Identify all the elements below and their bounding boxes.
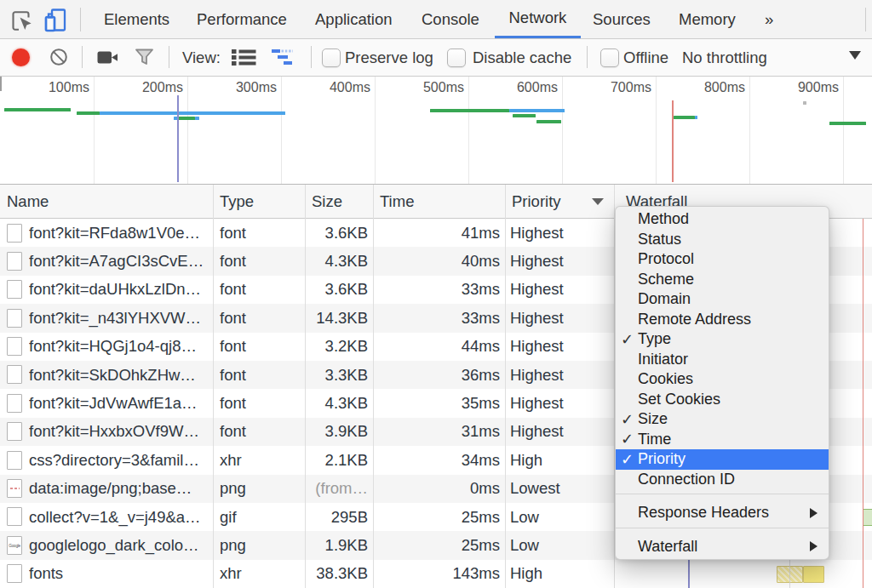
filter-icon[interactable] (135, 49, 154, 66)
menu-item-time[interactable]: ✓Time (616, 430, 829, 450)
tab-sources[interactable]: Sources (582, 0, 661, 38)
tab-network[interactable]: Network (495, 0, 581, 38)
menu-item-remote-address[interactable]: Remote Address (616, 310, 829, 330)
document-icon (7, 224, 22, 243)
overview-tick-label: 100ms (49, 80, 89, 95)
overview-request-bar (100, 111, 285, 115)
menu-item-waterfall[interactable]: Waterfall (616, 537, 829, 557)
record-network-log-button[interactable] (11, 48, 30, 66)
cell-size: 2.1KB (308, 446, 368, 474)
tab-application[interactable]: Application (305, 0, 403, 38)
network-overview-timeline[interactable]: 100ms200ms300ms400ms500ms600ms700ms800ms… (0, 77, 872, 185)
overview-request-bar (536, 120, 561, 123)
request-row[interactable]: fontsxhr38.3KB143msHigh (0, 560, 872, 588)
inspect-element-icon[interactable] (11, 9, 33, 31)
menu-item-label: Method (638, 210, 689, 228)
menu-item-scheme[interactable]: Scheme (616, 270, 829, 290)
clear-network-log-button[interactable] (50, 49, 67, 66)
cell-time: 36ms (376, 361, 500, 389)
header-context-menu: MethodStatusProtocolSchemeDomainRemote A… (615, 206, 829, 560)
overview-gridline (281, 77, 282, 184)
cell-time: 41ms (376, 219, 500, 247)
grid-column-separator (373, 185, 374, 588)
cell-time: 25ms (376, 503, 500, 531)
cell-size: 1.9KB (308, 531, 368, 559)
toggle-device-toolbar-icon[interactable] (41, 6, 66, 33)
menu-item-set-cookies[interactable]: Set Cookies (616, 390, 829, 410)
cell-priority: High (510, 560, 611, 588)
overview-request-bar (4, 108, 71, 111)
menu-item-protocol[interactable]: Protocol (616, 249, 829, 270)
throttling-dropdown-arrow-icon[interactable] (849, 51, 861, 60)
cell-priority: Highest (510, 418, 611, 446)
disable-cache-checkbox[interactable] (447, 49, 466, 67)
overview-tick-label: 500ms (423, 80, 464, 95)
devtools-window: ElementsPerformanceApplicationConsoleNet… (0, 0, 872, 588)
waterfall-line-load (863, 219, 864, 588)
menu-item-status[interactable]: Status (616, 230, 829, 250)
document-icon (7, 337, 22, 356)
column-header-name[interactable]: Name (7, 185, 49, 218)
column-header-type[interactable]: Type (220, 185, 254, 218)
cell-size: 3.3KB (308, 361, 368, 389)
menu-item-label: Status (638, 231, 681, 248)
cell-type: xhr (220, 560, 301, 588)
document-icon (7, 394, 22, 413)
waterfall-view-icon[interactable] (270, 49, 295, 66)
column-header-size[interactable]: Size (312, 185, 342, 218)
overview-marker-load (672, 100, 674, 182)
menu-separator (616, 494, 829, 494)
cell-priority: Highest (510, 276, 611, 304)
menu-item-label: Type (638, 330, 671, 348)
tab-memory[interactable]: Memory (668, 0, 746, 38)
menu-item-initiator[interactable]: Initiator (616, 350, 829, 370)
cell-time: 40ms (376, 247, 500, 275)
more-tabs-button[interactable]: » (754, 0, 783, 38)
overview-gridline (656, 77, 657, 184)
devtools-tabbar: ElementsPerformanceApplicationConsoleNet… (0, 0, 872, 39)
preserve-log-label[interactable]: Preserve log (345, 49, 433, 67)
column-header-priority[interactable]: Priority (512, 185, 561, 218)
cell-type: font (220, 276, 301, 304)
cell-name: collect?v=1&_v=j49&a… (29, 503, 209, 531)
cell-time: 143ms (376, 560, 500, 588)
overview-request-bar (829, 122, 866, 125)
menu-item-cookies[interactable]: Cookies (616, 369, 829, 390)
flat-list-view-icon[interactable] (232, 49, 256, 66)
cell-size: 38.3KB (308, 560, 368, 588)
menu-item-size[interactable]: ✓Size (616, 409, 829, 430)
cell-type: font (220, 333, 301, 361)
column-header-time[interactable]: Time (380, 185, 414, 218)
menu-item-connection-id[interactable]: Connection ID (616, 470, 829, 490)
cell-size: 3.2KB (308, 333, 368, 361)
cell-name: fonts (29, 560, 209, 588)
cell-priority: Low (510, 531, 611, 559)
menu-separator (616, 528, 829, 528)
checkmark-icon: ✓ (621, 430, 636, 448)
cell-priority: Highest (510, 247, 611, 275)
overview-request-bar (178, 117, 195, 120)
tab-performance[interactable]: Performance (186, 0, 297, 38)
capture-screenshots-icon[interactable] (97, 50, 118, 65)
google-thumb: Google (9, 543, 20, 548)
offline-label[interactable]: Offline (623, 49, 668, 67)
tab-console[interactable]: Console (411, 0, 490, 38)
disable-cache-label[interactable]: Disable cache (473, 49, 571, 67)
menu-item-priority[interactable]: ✓Priority (616, 449, 829, 470)
overview-marker-domcontentloaded (177, 95, 179, 182)
overview-request-bar (509, 109, 565, 112)
waterfall-request-bar (863, 509, 872, 526)
menu-item-method[interactable]: Method (616, 209, 829, 230)
offline-checkbox[interactable] (600, 49, 619, 67)
menu-item-domain[interactable]: Domain (616, 289, 829, 310)
menu-item-label: Size (638, 410, 668, 428)
menu-item-label: Time (638, 431, 671, 448)
cell-priority: High (510, 446, 611, 474)
menu-item-type[interactable]: ✓Type (616, 329, 829, 350)
menu-item-label: Protocol (638, 250, 694, 268)
cell-name: font?kit=HQGj1o4-qj8… (29, 333, 209, 361)
throttling-select[interactable]: No throttling (682, 49, 767, 67)
tab-elements[interactable]: Elements (94, 0, 180, 38)
preserve-log-checkbox[interactable] (322, 49, 341, 67)
menu-item-response-headers[interactable]: Response Headers (616, 503, 829, 523)
